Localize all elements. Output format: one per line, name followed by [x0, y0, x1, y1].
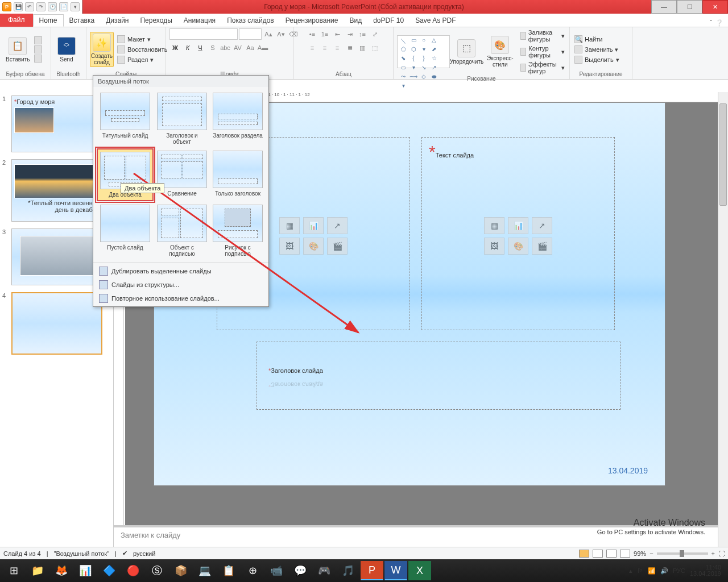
start-button[interactable]: ⊞	[2, 561, 25, 580]
task-app14[interactable]: 🎮	[313, 561, 336, 580]
task-word[interactable]: W	[384, 561, 407, 580]
font-color-icon[interactable]: A▬	[257, 42, 268, 53]
task-firefox[interactable]: 🦊	[50, 561, 73, 580]
insert-picture-icon[interactable]: 🖼	[279, 238, 300, 255]
align-left-icon[interactable]: ≡	[307, 42, 318, 53]
align-center-icon[interactable]: ≡	[319, 42, 330, 53]
tab-animation[interactable]: Анимация	[178, 14, 221, 27]
smartart-icon[interactable]: ⬚	[369, 42, 380, 53]
insert-chart-icon[interactable]: 📊	[508, 217, 528, 234]
indent-icon[interactable]: ⇥	[344, 28, 355, 40]
shadow-icon[interactable]: S	[207, 42, 218, 53]
task-excel[interactable]: X	[408, 561, 431, 580]
normal-view-button[interactable]	[579, 550, 589, 558]
task-app12[interactable]: 📹	[265, 561, 288, 580]
italic-icon[interactable]: К	[182, 42, 193, 53]
layout-button[interactable]: Макет ▾	[116, 35, 168, 44]
justify-icon[interactable]: ≣	[344, 42, 355, 53]
arrange-button[interactable]: ⬚ Упорядочить	[452, 38, 481, 66]
layout-comparison[interactable]: Сравнение	[155, 148, 209, 201]
task-app15[interactable]: 🎵	[337, 561, 359, 580]
strike-icon[interactable]: abc	[220, 42, 231, 53]
layout-title-content[interactable]: Заголовок и объект	[155, 90, 209, 147]
insert-chart-icon[interactable]: 📊	[303, 217, 324, 234]
zoom-out-button[interactable]: −	[650, 550, 653, 557]
insert-clipart-icon[interactable]: 🎨	[508, 238, 528, 255]
file-tab[interactable]: Файл	[0, 13, 33, 27]
insert-table-icon[interactable]: ▦	[279, 217, 300, 234]
reset-button[interactable]: Восстановить	[116, 45, 168, 54]
insert-smartart-icon[interactable]: ↗	[532, 217, 552, 234]
align-right-icon[interactable]: ≡	[332, 42, 343, 53]
task-app10[interactable]: 📋	[217, 561, 240, 580]
task-vbox[interactable]: 📦	[169, 561, 192, 580]
layout-title-slide[interactable]: Титульный слайд	[97, 90, 154, 147]
minimize-button[interactable]: —	[651, 0, 677, 14]
slides-from-outline-item[interactable]: Слайды из структуры...	[93, 278, 268, 292]
task-app4[interactable]: 📊	[74, 561, 97, 580]
tab-slideshow[interactable]: Показ слайдов	[221, 14, 280, 27]
font-family-dropdown[interactable]	[169, 28, 238, 40]
tab-design[interactable]: Дизайн	[100, 14, 134, 27]
paste-button[interactable]: 📋 Вставить	[3, 36, 32, 64]
shrink-font-icon[interactable]: A▾	[275, 28, 287, 40]
underline-icon[interactable]: Ч	[195, 42, 206, 53]
spellcheck-icon[interactable]: ✔	[122, 550, 127, 557]
ribbon-minimize-icon[interactable]: ˇ	[710, 19, 712, 27]
doc-icon[interactable]: 📄	[59, 2, 68, 11]
textdir-icon[interactable]: ⤢	[369, 28, 380, 40]
title-placeholder[interactable]: *Заголовок слайда *Заголовок слайда	[257, 342, 621, 410]
tab-saveaspdf[interactable]: Save As PDF	[410, 14, 461, 27]
tray-flag-icon[interactable]: 🏳	[637, 567, 643, 574]
insert-media-icon[interactable]: 🎬	[532, 238, 552, 255]
shape-effects-button[interactable]: Эффекты фигур ▾	[519, 60, 566, 75]
qat-dropdown-icon[interactable]: ▾	[71, 2, 80, 11]
task-app5[interactable]: 🔷	[98, 561, 121, 580]
insert-media-icon[interactable]: 🎬	[327, 238, 348, 255]
slideshow-view-button[interactable]	[620, 550, 630, 558]
tray-language[interactable]: РУС	[673, 567, 685, 574]
zoom-in-button[interactable]: +	[712, 550, 715, 557]
bold-icon[interactable]: Ж	[169, 42, 181, 53]
layout-blank[interactable]: Пустой слайд	[97, 202, 154, 259]
outdent-icon[interactable]: ⇤	[332, 28, 343, 40]
task-explorer[interactable]: 📁	[26, 561, 49, 580]
spacing-icon[interactable]: AV	[232, 42, 243, 53]
layout-section-header[interactable]: Заголовок раздела	[210, 90, 265, 147]
fit-window-button[interactable]: ⛶	[718, 550, 725, 557]
tray-volume-icon[interactable]: 🔊	[660, 567, 668, 575]
layout-two-content[interactable]: Два объекта	[97, 148, 154, 201]
font-size-dropdown[interactable]	[239, 28, 262, 40]
task-app9[interactable]: 💻	[193, 561, 216, 580]
format-painter-icon[interactable]	[34, 55, 42, 63]
tray-clock[interactable]: 11:40 13.04.2019	[690, 564, 721, 577]
history-icon[interactable]: 🕐	[48, 2, 57, 11]
columns-icon[interactable]: ▥	[357, 42, 368, 53]
close-button[interactable]: ✕	[702, 0, 728, 14]
layout-picture-caption[interactable]: Рисунок с подписью	[210, 202, 265, 259]
find-button[interactable]: 🔍Найти	[573, 35, 621, 44]
quick-styles-button[interactable]: 🎨 Экспресс-стили	[483, 35, 517, 69]
status-language[interactable]: русский	[133, 550, 155, 557]
task-teamviewer[interactable]: ⊕	[241, 561, 264, 580]
numbering-icon[interactable]: 1≡	[319, 28, 330, 40]
content-placeholder-right[interactable]: *Текст слайда ▦ 📊 ↗ 🖼 🎨 🎬	[421, 137, 615, 330]
bullets-icon[interactable]: •≡	[307, 28, 318, 40]
select-button[interactable]: Выделить ▾	[573, 55, 621, 64]
section-button[interactable]: Раздел ▾	[116, 55, 168, 64]
linespacing-icon[interactable]: ↕≡	[357, 28, 368, 40]
task-skype[interactable]: Ⓢ	[146, 561, 168, 580]
insert-smartart-icon[interactable]: ↗	[327, 217, 348, 234]
redo-icon[interactable]: ↷	[36, 2, 46, 11]
status-zoom[interactable]: 99%	[634, 550, 646, 557]
case-icon[interactable]: Aa	[245, 42, 256, 53]
tray-network-icon[interactable]: 📶	[648, 567, 656, 575]
shape-outline-button[interactable]: Контур фигуры ▾	[519, 44, 566, 59]
vertical-scrollbar[interactable]	[718, 92, 728, 547]
bluetooth-send-button[interactable]: ⌔ Send	[55, 36, 78, 64]
tab-home[interactable]: Home	[33, 14, 64, 27]
replace-button[interactable]: Заменить ▾	[573, 45, 621, 54]
tab-view[interactable]: Вид	[344, 14, 367, 27]
grow-font-icon[interactable]: A▴	[263, 28, 274, 40]
save-icon[interactable]: 💾	[14, 2, 23, 11]
